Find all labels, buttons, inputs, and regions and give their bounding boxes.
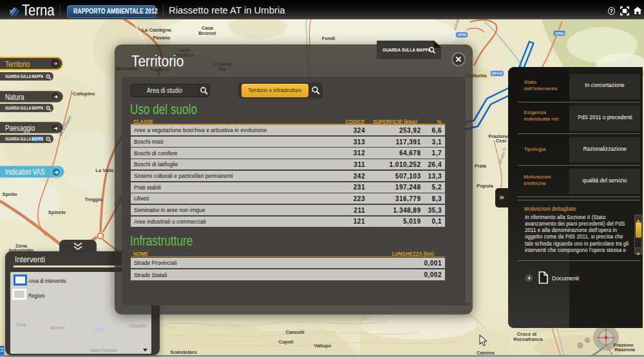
svg-text:Pasano: Pasano — [153, 35, 170, 41]
svg-text:Sant Priscilla: Sant Priscilla — [91, 348, 117, 352]
svg-text:Vallupo: Vallupo — [314, 343, 331, 349]
svg-text:Cupoli: Cupoli — [278, 339, 294, 345]
svg-text:SP46: SP46 — [457, 33, 466, 37]
svg-text:Spinete: Spinete — [48, 209, 66, 215]
svg-text:La Castagna: La Castagna — [142, 27, 171, 33]
svg-text:SP50: SP50 — [555, 32, 564, 35]
svg-text:Scandolaro: Scandolaro — [170, 349, 197, 355]
svg-text:Roccafranca: Roccafranca — [513, 336, 543, 342]
svg-text:Spello: Spello — [3, 191, 17, 197]
svg-text:Rasenna: Rasenna — [614, 347, 635, 352]
svg-text:Brunori: Brunori — [198, 30, 216, 36]
svg-text:Treggio: Treggio — [85, 197, 103, 202]
svg-text:Cesi: Cesi — [496, 138, 506, 144]
svg-text:Fraia: Fraia — [475, 163, 487, 169]
svg-text:Collepino: Collepino — [73, 91, 95, 97]
svg-text:Borroni: Borroni — [50, 325, 65, 330]
svg-text:Cancelli: Cancelli — [285, 329, 304, 335]
svg-text:La Valle: La Valle — [95, 168, 113, 173]
svg-text:Carpello: Carpello — [129, 323, 146, 329]
svg-text:Camino: Camino — [477, 350, 495, 356]
svg-text:SP441: SP441 — [492, 72, 503, 75]
svg-text:Fondi: Fondi — [322, 35, 336, 41]
svg-text:Popola: Popola — [477, 183, 493, 189]
svg-text:Care: Care — [16, 322, 26, 327]
